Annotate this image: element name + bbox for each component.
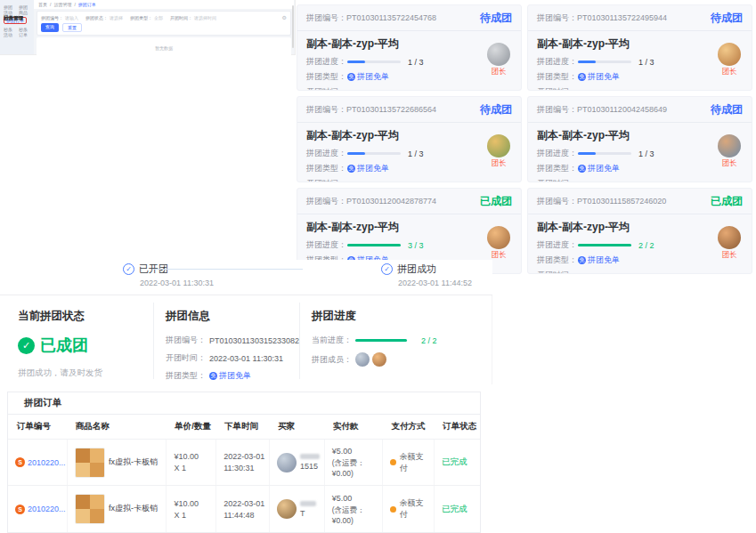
status-badge: 待成团 — [711, 102, 743, 117]
order-status: 已完成 — [442, 456, 467, 468]
free-order-tag: 免拼团免单 — [578, 254, 620, 266]
quantity: X 1 — [174, 511, 199, 520]
leader-avatar — [487, 134, 510, 157]
leader-avatar — [487, 226, 510, 249]
leader-label: 团长 — [718, 158, 741, 169]
free-order-icon: 免 — [578, 256, 586, 264]
group-info-section: 拼团信息 拼团编号：PT010301130315233082 开团时间：2022… — [166, 295, 296, 388]
buyer-avatar — [277, 453, 297, 472]
group-card[interactable]: 拼团编号：PT010301135722495944 待成团 副本-副本-zyp-… — [527, 4, 752, 91]
group-title: 副本-副本-zyp-平均 — [306, 36, 512, 52]
free-order-tag: 免拼团免单 — [347, 71, 389, 83]
progress-bar — [578, 244, 631, 246]
empty-state-text: 暂无数据 — [37, 37, 291, 59]
buyer-name-fragment: T — [300, 509, 316, 518]
group-timeline: ✓已开团 2022-03-01 11:30:31 ✓拼团成功 2022-03-0… — [0, 260, 492, 295]
member-avatar — [372, 352, 386, 367]
progress-bar — [347, 152, 401, 155]
order-row: S2010220... fx虚拟-卡板销 ¥10.00X 1 2022-03-0… — [8, 440, 480, 486]
leader-avatar — [718, 226, 741, 249]
timeline-step-success: ✓拼团成功 2022-03-01 11:44:52 — [381, 262, 472, 287]
product-name: fx虚拟-卡板销 — [109, 504, 158, 513]
timeline-time: 2022-03-01 11:44:52 — [398, 279, 472, 287]
filter-select-status[interactable]: 请选择 — [110, 15, 123, 20]
section-heading: 拼团进度 — [312, 309, 463, 324]
redacted-text — [300, 454, 320, 459]
filter-label: 拼团编号： — [41, 15, 63, 20]
breadcrumb: 首页/ 运营管理/ 拼团订单 — [34, 0, 294, 9]
status-note: 拼团成功，请及时发货 — [18, 367, 148, 379]
order-number-link[interactable]: 2010220... — [28, 458, 66, 467]
filter-date-picker[interactable]: 请选择时间 — [194, 15, 216, 20]
sidebar-section-title: 秒杀管理 — [4, 2, 23, 21]
search-button[interactable]: 查询 — [41, 23, 59, 32]
open-time: 2022-03-01 13:57:22 — [347, 180, 422, 183]
leader-avatar — [487, 43, 510, 66]
progress-value: 1 / 3 — [638, 58, 654, 67]
status-badge: 已成团 — [480, 194, 512, 209]
breadcrumb-current: 拼团订单 — [78, 2, 96, 7]
group-progress-section: 拼团进度 当前进度：2 / 2 拼团成员： — [312, 295, 463, 373]
order-source-icon: S — [15, 457, 25, 467]
divider — [299, 303, 300, 379]
filter-panel: 拼团编号：请输入 拼团状态：请选择 拼团类型：全部 开团时间：请选择时间 ⚙ 查… — [37, 11, 291, 36]
quantity: X 1 — [174, 464, 199, 472]
open-time-value: 2022-03-01 11:30:31 — [209, 354, 283, 363]
paid-amount: ¥5.00 — [332, 494, 379, 503]
status-badge: 待成团 — [480, 102, 512, 117]
scrollbar[interactable] — [292, 5, 294, 48]
free-order-icon: 免 — [347, 73, 355, 81]
timeline-connector — [153, 269, 303, 270]
group-detail-panel: 当前拼团状态 ✓ 已成团 拼团成功，请及时发货 拼团信息 拼团编号：PT0103… — [0, 295, 492, 384]
status-badge: 待成团 — [711, 11, 743, 26]
progress-value: 1 / 3 — [408, 149, 424, 158]
redacted-text — [300, 501, 316, 506]
breadcrumb-home[interactable]: 首页 — [38, 2, 47, 7]
order-number-link[interactable]: 2010220... — [28, 505, 66, 513]
group-id: PT010301135722686564 — [346, 105, 436, 114]
product-name: fx虚拟-卡板销 — [109, 457, 158, 467]
group-status-text: 已成团 — [40, 335, 88, 356]
leader-avatar — [718, 43, 741, 66]
group-card[interactable]: 拼团编号：PT010301120042458649 待成团 副本-副本-zyp-… — [527, 96, 752, 182]
gear-icon[interactable]: ⚙ — [282, 14, 287, 20]
group-id: PT010301120042878774 — [346, 197, 436, 206]
divider — [153, 303, 154, 379]
order-source-icon: S — [15, 505, 25, 514]
check-circle-icon: ✓ — [381, 263, 393, 275]
progress-bar — [355, 339, 407, 342]
order-date: 2022-03-01 — [224, 499, 264, 508]
sidebar-item[interactable]: 秒杀活动 — [4, 27, 16, 37]
filter-input-group-id[interactable]: 请输入 — [65, 15, 78, 20]
sidebar-item[interactable]: 秒杀订单 — [19, 27, 31, 37]
order-time: 11:30:31 — [224, 464, 264, 472]
breadcrumb-section[interactable]: 运营管理 — [53, 2, 71, 7]
leader-label: 团长 — [487, 158, 510, 169]
group-card[interactable]: 拼团编号：PT010301115857246020 已成团 副本-副本-zyp-… — [527, 188, 752, 274]
progress-value: 2 / 2 — [638, 241, 654, 250]
open-time: 2022-03-01 12:00:42 — [578, 180, 653, 183]
shipping-note: (含运费：¥0.00) — [332, 458, 379, 478]
group-id: PT010301115857246020 — [577, 197, 666, 206]
open-time: 2022-03-01 13:57:22 — [347, 88, 422, 92]
filter-label: 拼团类型： — [130, 15, 152, 20]
section-heading: 拼团信息 — [166, 309, 296, 324]
order-status: 已完成 — [442, 504, 467, 515]
free-order-tag: 免拼团免单 — [578, 71, 620, 83]
filter-select-type[interactable]: 全部 — [154, 15, 163, 20]
buyer-name-fragment: 1515 — [300, 462, 320, 471]
product-image — [75, 494, 105, 524]
leader-label: 团长 — [487, 67, 510, 77]
order-time: 11:44:48 — [224, 511, 264, 520]
open-time: 2022-03-01 11:58:57 — [578, 271, 652, 275]
filter-label: 开团时间： — [170, 15, 192, 20]
group-card[interactable]: 拼团编号：PT010301135722686564 待成团 副本-副本-zyp-… — [297, 96, 522, 182]
progress-value: 1 / 3 — [408, 58, 424, 67]
progress-value: 3 / 3 — [408, 241, 424, 250]
group-title: 副本-副本-zyp-平均 — [306, 220, 512, 235]
group-card[interactable]: 拼团编号：PT010301135722454768 待成团 副本-副本-zyp-… — [297, 4, 522, 91]
free-order-tag: 免拼团免单 — [347, 163, 389, 174]
group-title: 副本-副本-zyp-平均 — [537, 36, 743, 52]
progress-bar — [578, 61, 631, 63]
reset-button[interactable]: 重置 — [62, 23, 82, 32]
